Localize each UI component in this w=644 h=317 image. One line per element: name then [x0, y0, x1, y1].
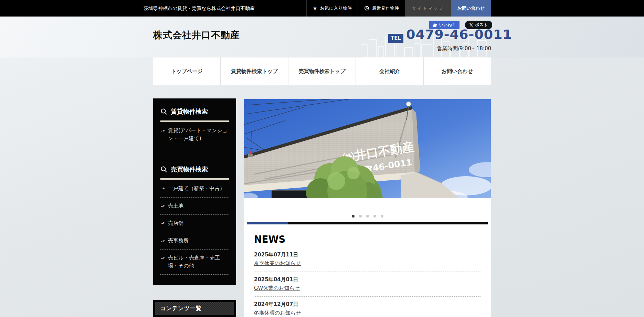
phone-number: 0479-46-0011 [406, 27, 512, 42]
carousel-dot-4[interactable] [373, 215, 376, 218]
top-utility-tabs: ★ お気に入り物件 最近見た物件 サイトマップ お問い合わせ [306, 0, 491, 17]
main-navigation: トップページ 賃貸物件検索トップ 売買物件検索トップ 会社紹介 お問い合わせ [153, 57, 491, 85]
news-link[interactable]: 冬期休暇のお知らせ [254, 310, 301, 316]
contact-tab[interactable]: お問い合わせ [451, 0, 491, 17]
recently-viewed-label: 最近見た物件 [372, 5, 399, 11]
carousel-dot-5[interactable] [381, 215, 383, 218]
arrow-icon [160, 239, 165, 243]
carousel-progress-bar [247, 222, 488, 224]
star-icon: ★ [313, 5, 317, 11]
office-photo: ㈱井口不動産 ☎46-0011 [244, 99, 491, 198]
sidebar-link-land[interactable]: 売土地 [160, 198, 229, 215]
company-logo-text[interactable]: 株式会社井口不動産 [153, 29, 240, 41]
favorites-label: お気に入り物件 [320, 5, 352, 11]
divider [160, 178, 229, 180]
news-date: 2024年12月07日 [254, 301, 481, 308]
sidebar-link-rental[interactable]: 賃貸(アパート・マンション・一戸建て) [160, 122, 229, 147]
arrow-icon [160, 186, 165, 190]
main-content: ㈱井口不動産 ☎46-0011 [244, 99, 491, 317]
site-tagline: 茨城県神栖市の賃貸・売買なら株式会社井口不動産 [144, 0, 255, 17]
favorites-button[interactable]: ★ お気に入り物件 [306, 0, 357, 17]
nav-item-rental-search[interactable]: 賃貸物件検索トップ [221, 57, 288, 85]
sidebar-link-building-other[interactable]: 売ビル・売倉庫・売工場・その他 [160, 250, 229, 275]
top-utility-bar: 茨城県神栖市の賃貸・売買なら株式会社井口不動産 ★ お気に入り物件 最近見た物件… [0, 0, 644, 17]
contents-list-heading[interactable]: コンテンツ一覧 [155, 302, 234, 315]
sale-search-heading: 売買物件検索 [160, 165, 229, 173]
recently-viewed-button[interactable]: 最近見た物件 [358, 0, 405, 17]
sidebar-contents-box: コンテンツ一覧 [153, 300, 236, 317]
hero-carousel-slide[interactable]: ㈱井口不動産 ☎46-0011 [244, 99, 491, 198]
site-header: 株式会社井口不動産 いいね！ 𝕏 ポスト [0, 17, 644, 57]
arrow-icon [160, 204, 165, 208]
sidebar-link-office[interactable]: 売事務所 [160, 232, 229, 250]
carousel-dots [244, 215, 491, 218]
news-heading: NEWS [254, 233, 467, 245]
nav-item-contact[interactable]: お問い合わせ [424, 57, 491, 85]
news-link[interactable]: GW休業のお知らせ [254, 285, 300, 292]
sidebar-link-house[interactable]: 一戸建て（新築・中古） [160, 180, 229, 198]
sidebar-link-shop[interactable]: 売店舗 [160, 215, 229, 232]
arrow-icon [160, 221, 165, 225]
search-icon [160, 108, 167, 115]
nav-item-company[interactable]: 会社紹介 [356, 57, 423, 85]
carousel-dot-3[interactable] [366, 215, 369, 218]
arrow-icon [160, 256, 165, 260]
sitemap-tab[interactable]: サイトマップ [405, 0, 451, 17]
nav-item-sale-search[interactable]: 売買物件検索トップ [288, 57, 356, 85]
nav-item-top[interactable]: トップページ [153, 57, 221, 85]
sidebar-search-box: 賃貸物件検索 賃貸(アパート・マンション・一戸建て) 売買物件検索 一戸建て（新… [153, 98, 236, 285]
news-date: 2025年04月01日 [254, 276, 481, 283]
sitemap-label: サイトマップ [412, 5, 444, 11]
news-link[interactable]: 夏季休業のお知らせ [254, 260, 301, 267]
news-date: 2025年07月11日 [254, 252, 481, 258]
news-section: NEWS 2025年07月11日 夏季休業のお知らせ 2025年04月01日 G… [254, 233, 481, 317]
carousel-dot-1[interactable] [352, 215, 355, 218]
news-item: 2024年12月07日 冬期休暇のお知らせ [254, 301, 481, 317]
carousel-dot-2[interactable] [359, 215, 362, 218]
page: 茨城県神栖市の賃貸・売買なら株式会社井口不動産 ★ お気に入り物件 最近見た物件… [0, 0, 644, 317]
arrow-icon [160, 128, 165, 133]
search-icon [160, 166, 167, 173]
contact-label: お問い合わせ [457, 5, 485, 11]
divider [160, 120, 229, 122]
tel-badge: TEL [388, 34, 403, 43]
rental-search-heading: 賃貸物件検索 [160, 107, 229, 116]
business-hours: 営業時間/9:00～18:00 [379, 45, 491, 52]
news-item: 2025年04月01日 GW休業のお知らせ [254, 276, 481, 297]
history-icon [364, 6, 369, 11]
news-item: 2025年07月11日 夏季休業のお知らせ [254, 252, 481, 272]
carousel-progress-fill [247, 222, 288, 224]
